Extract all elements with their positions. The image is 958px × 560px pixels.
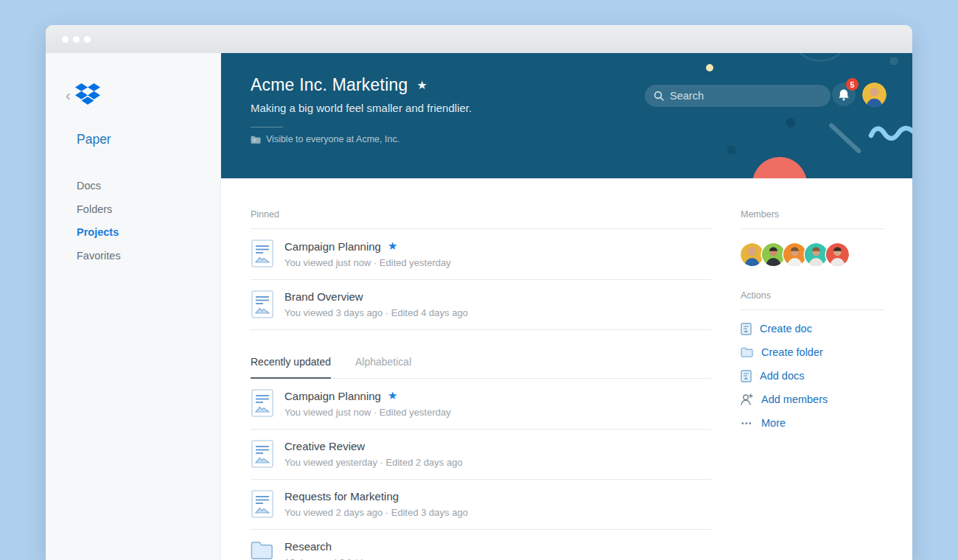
action-label: Add docs [760,370,804,382]
notification-badge: 5 [846,78,859,91]
pinned-section-label: Pinned [251,209,711,229]
members-avatars [741,243,884,266]
bell-icon [837,88,850,101]
header-divider [251,127,283,127]
search-input[interactable] [670,90,810,102]
sidebar-item-docs[interactable]: Docs [46,175,220,198]
folder-visibility-icon [251,136,261,144]
user-avatar-image [862,83,887,107]
ellipsis-icon: ••• [741,419,753,427]
doc-meta: You viewed 2 days ago · Edited 3 days ag… [284,507,468,518]
doc-meta: You viewed yesterday · Edited 2 days ago [284,457,463,468]
search-bar[interactable] [645,85,831,107]
tab-recently-updated[interactable]: Recently updated [251,356,331,379]
decorative-coral-circle [752,157,807,178]
actions-section-label: Actions [741,290,884,310]
member-avatar[interactable] [805,243,828,266]
doc-icon [251,290,273,318]
doc-icon [251,490,273,518]
decorative-dot [786,118,795,127]
actions-list: Create doc Create folder [741,317,884,435]
decorative-square [890,57,898,65]
app-title-paper[interactable]: Paper [77,132,220,147]
add-docs-button[interactable]: Add docs [741,364,884,388]
doc-title: Creative Review [284,440,365,452]
action-label: Add members [761,393,828,405]
starred-icon: ★ [388,389,397,402]
doc-meta: You viewed 3 days ago · Edited 4 days ag… [284,307,468,318]
person-add-icon [741,393,753,405]
doc-icon [251,239,273,267]
back-chevron-icon[interactable]: ‹ [66,88,71,102]
create-doc-button[interactable]: Create doc [741,317,884,340]
window-zoom-dot[interactable] [84,36,91,43]
doc-meta: You viewed just now · Edited yesterday [284,257,451,268]
window-close-dot[interactable] [62,36,69,43]
desktop-background: ‹ Paper Docs Folders [0,0,958,560]
action-label: More [761,417,786,429]
doc-title: Requests for Marketing [284,490,399,503]
doc-row[interactable]: Creative Review You viewed yesterday · E… [251,430,711,480]
doc-row[interactable]: Campaign Planning ★ You viewed just now … [251,379,711,430]
decorative-diagonal-line [828,122,862,154]
page-title: Acme Inc. Marketing [251,75,408,95]
project-subtitle: Making a big world feel smaller and frie… [251,102,472,114]
doc-title: Brand Overview [284,290,363,303]
folder-title: Research [284,540,332,553]
folder-icon [251,540,273,560]
sidebar: ‹ Paper Docs Folders [46,53,221,560]
app-window: ‹ Paper Docs Folders [46,25,912,560]
folder-meta: 12 docs and 2 folders [284,557,376,560]
doc-icon [251,389,273,417]
pinned-doc-row[interactable]: Campaign Planning ★ You viewed just now … [251,229,711,280]
pinned-doc-row[interactable]: Brand Overview You viewed 3 days ago · E… [251,280,711,330]
favorite-star-icon[interactable]: ★ [416,78,427,92]
doc-icon [741,323,752,335]
sidebar-item-favorites[interactable]: Favorites [46,245,220,268]
window-titlebar [46,25,912,53]
doc-row[interactable]: Requests for Marketing You viewed 2 days… [251,480,711,530]
starred-icon: ★ [388,239,397,253]
dropbox-logo-icon[interactable] [75,83,100,106]
decorative-circle-outline [789,53,851,62]
user-avatar[interactable] [862,83,887,107]
folder-row[interactable]: Research 12 docs and 2 folders [251,530,711,560]
folder-icon [741,347,753,357]
sidebar-nav: Docs Folders Projects Favorites [46,175,220,267]
window-minimize-dot[interactable] [73,36,80,43]
doc-title: Campaign Planning [284,240,381,253]
member-avatar[interactable] [783,243,806,266]
sidebar-item-projects[interactable]: Projects [46,221,220,245]
search-icon [654,91,664,101]
traffic-light-dots [62,36,91,43]
action-label: Create folder [761,346,823,358]
notifications-button[interactable]: 5 [832,83,856,106]
doc-meta: You viewed just now · Edited yesterday [284,407,451,418]
decorative-squiggle [868,121,912,146]
doc-title: Campaign Planning [284,390,381,402]
more-button[interactable]: ••• More [741,411,884,435]
project-content: Pinned [221,178,912,560]
create-folder-button[interactable]: Create folder [741,340,884,364]
doc-icon [251,440,273,468]
member-avatar[interactable] [826,243,849,266]
project-header: Acme Inc. Marketing ★ Making a big world… [221,53,912,178]
member-avatar[interactable] [741,243,763,266]
member-avatar[interactable] [762,243,785,266]
sort-tabs: Recently updated Alphabetical [251,356,711,379]
action-label: Create doc [760,323,812,335]
decorative-dot [706,64,713,71]
tab-alphabetical[interactable]: Alphabetical [355,356,411,378]
sidebar-item-folders[interactable]: Folders [46,198,220,222]
add-members-button[interactable]: Add members [741,388,884,411]
visibility-text: Visible to everyone at Acme, Inc. [266,134,399,144]
decorative-square [727,146,735,154]
members-section-label: Members [741,209,884,229]
doc-icon [741,370,752,382]
